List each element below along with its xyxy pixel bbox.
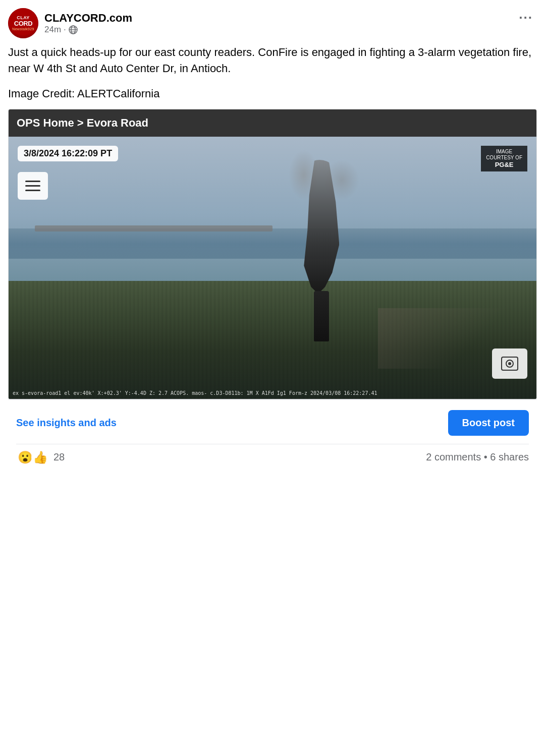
post-time-dot: · (64, 25, 66, 35)
hamburger-line-1 (25, 181, 40, 182)
post-meta: CLAYCORD.com 24m · (44, 12, 132, 35)
reaction-emojis: 😮 👍 (16, 448, 49, 467)
camera-embed: OPS Home > Evora Road (8, 109, 537, 399)
hamburger-line-2 (25, 185, 40, 187)
boost-post-button[interactable]: Boost post (448, 410, 529, 436)
post-time-value: 24m (44, 25, 61, 35)
avatar-main-text: CORD (14, 20, 32, 27)
comments-shares: 2 comments • 6 shares (426, 451, 529, 463)
pge-badge: IMAGE COURTESY OF PG&E (481, 146, 527, 172)
avatar[interactable]: CLAY CORD Newstalk929 (8, 8, 38, 38)
avatar-inner: CLAY CORD Newstalk929 (8, 8, 38, 38)
see-insights-link[interactable]: See insights and ads (16, 417, 117, 429)
reaction-count: 28 (53, 451, 65, 463)
reactions-left: 😮 👍 28 (16, 448, 65, 467)
smoke-column (299, 150, 344, 341)
pge-badge-name: PG&E (486, 161, 522, 169)
post-header: CLAY CORD Newstalk929 CLAYCORD.com 24m · (8, 8, 537, 38)
hamburger-line-3 (25, 190, 40, 191)
globe-icon (69, 25, 78, 34)
post-card: CLAY CORD Newstalk929 CLAYCORD.com 24m · (0, 0, 545, 477)
fire-scene: 3/8/2024 16:22:09 PT IMAGE COURTESY OF P… (9, 137, 536, 399)
post-body-text: Just a quick heads-up for our east count… (8, 44, 537, 77)
post-header-left: CLAY CORD Newstalk929 CLAYCORD.com 24m · (8, 8, 132, 38)
pge-badge-line1: IMAGE (486, 149, 522, 155)
camera-menu-button[interactable] (18, 172, 48, 200)
smoke-base (314, 291, 329, 341)
image-credit: Image Credit: ALERTCalifornia (8, 86, 537, 102)
status-bar: ex s-evora-road1 el ev:40k' X:+02.3' Y:-… (13, 390, 377, 396)
more-options-button[interactable]: ··· (515, 8, 537, 28)
bridge (35, 225, 272, 231)
camera-header-bar: OPS Home > Evora Road (9, 109, 536, 137)
action-buttons-row: See insights and ads Boost post (16, 406, 529, 444)
reaction-like-emoji: 👍 (31, 448, 49, 467)
camera-image[interactable]: 3/8/2024 16:22:09 PT IMAGE COURTESY OF P… (9, 137, 536, 399)
page-name[interactable]: CLAYCORD.com (44, 12, 132, 25)
post-time: 24m · (44, 25, 132, 35)
svg-point-7 (508, 362, 511, 365)
avatar-bottom-text: Newstalk929 (12, 27, 34, 31)
post-actions: See insights and ads Boost post 😮 👍 28 2… (8, 399, 537, 477)
timestamp-badge: 3/8/2024 16:22:09 PT (18, 146, 118, 161)
reactions-row: 😮 👍 28 2 comments • 6 shares (16, 444, 529, 471)
hamburger-icon (25, 181, 40, 191)
pge-badge-line2: COURTESY OF (486, 155, 522, 161)
water-area (9, 228, 536, 259)
camera-expand-button[interactable] (492, 348, 527, 379)
